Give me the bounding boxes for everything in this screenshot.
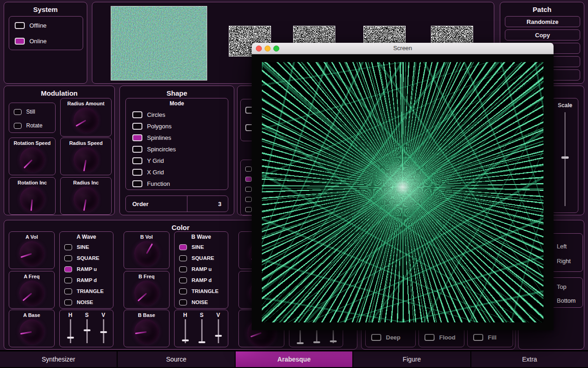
polygons-checkbox[interactable] [132,123,142,130]
scale-slider-box: Scale [552,98,578,213]
online-row[interactable]: Online [9,36,83,46]
rotate-checkbox[interactable] [14,123,22,129]
xgrid-checkbox[interactable] [132,169,142,176]
mode-polygons-row[interactable]: Polygons [126,121,228,131]
hidden-checkbox[interactable] [245,177,252,182]
hidden-checkbox[interactable] [245,187,252,192]
slider-thumb[interactable] [100,331,107,333]
slider-track[interactable] [201,319,203,343]
ygrid-checkbox[interactable] [132,157,142,164]
a-rampu-checkbox[interactable] [64,266,72,272]
slider-track[interactable] [218,319,219,343]
tab-source[interactable]: Source [118,351,234,367]
tab-arabesque[interactable]: Arabesque [236,351,352,367]
tab-figure[interactable]: Figure [353,351,470,367]
copy-button[interactable]: Copy [505,29,580,40]
mode-function-row[interactable]: Function [126,178,228,189]
circles-checkbox[interactable] [132,111,142,118]
b-rampd-checkbox[interactable] [179,277,187,283]
mode-circles-row[interactable]: Circles [126,109,228,120]
offline-checkbox[interactable] [15,22,25,29]
slider-thumb[interactable] [330,340,337,342]
rotate-row[interactable]: Rotate [9,121,55,131]
radius-amount-knob[interactable] [74,108,98,132]
b-noise-row[interactable]: NOISE [175,297,228,307]
flood-checkbox[interactable] [424,334,435,341]
radius-inc-knob[interactable] [74,187,98,212]
a-noise-row[interactable]: NOISE [60,297,113,307]
radius-speed-knob[interactable] [74,147,98,172]
tab-synthesizer[interactable]: Synthesizer [0,351,117,367]
a-triangle-row[interactable]: TRIANGLE [60,286,113,296]
fill-checkbox[interactable] [473,334,483,341]
b-square-row[interactable]: SQUARE [175,253,228,263]
b-rampu-row[interactable]: RAMP u [175,264,228,274]
b-v-slider[interactable]: V [211,312,225,343]
function-checkbox[interactable] [132,180,142,187]
rotation-speed-knob[interactable] [20,147,45,172]
slider-thumb[interactable] [215,335,222,337]
b-square-checkbox[interactable] [179,255,187,261]
slider-track[interactable] [86,319,88,343]
hidden-checkbox[interactable] [245,197,252,202]
b-rampu-checkbox[interactable] [179,266,187,272]
window-titlebar[interactable]: Screen [252,43,554,54]
randomize-button[interactable]: Randomize [505,16,580,27]
a-rampd-checkbox[interactable] [64,277,72,283]
spincircles-checkbox[interactable] [132,146,142,153]
still-checkbox[interactable] [14,109,22,115]
slider-track[interactable] [70,319,71,343]
b-freq-knob[interactable] [134,281,159,305]
slider-track[interactable] [103,319,104,343]
slider-thumb[interactable] [198,341,205,343]
online-checkbox[interactable] [15,38,25,45]
scale-slider-thumb[interactable] [561,156,569,159]
slider-thumb[interactable] [313,341,320,343]
a-square-row[interactable]: SQUARE [60,253,113,263]
still-row[interactable]: Still [9,107,55,117]
rotation-inc-knob[interactable] [20,187,45,212]
screen-window: Screen [252,43,554,330]
b-h-slider[interactable]: H [178,312,192,343]
a-vol-knob[interactable] [19,241,44,266]
b-s-slider[interactable]: S [195,312,209,343]
b-sine-checkbox[interactable] [179,244,187,250]
a-rampd-row[interactable]: RAMP d [60,275,113,285]
slider-thumb[interactable] [182,339,189,341]
a-sine-row[interactable]: SINE [60,242,113,252]
slider-track[interactable] [185,319,186,343]
spinlines-checkbox[interactable] [132,134,142,141]
a-h-slider[interactable]: H [63,312,77,343]
b-triangle-row[interactable]: TRIANGLE [175,286,228,296]
scale-slider-track[interactable] [565,112,565,206]
a-sine-checkbox[interactable] [64,244,72,250]
a-triangle-checkbox[interactable] [64,288,72,294]
a-s-slider[interactable]: S [80,312,94,343]
a-noise-checkbox[interactable] [64,299,72,305]
a-v-slider[interactable]: V [96,312,110,343]
b-sine-row[interactable]: SINE [175,242,228,252]
b-vol-knob[interactable] [134,241,159,266]
rotation-speed-label: Rotation Speed [14,140,51,146]
b-base-knob[interactable] [134,319,159,344]
b-noise-checkbox[interactable] [179,299,187,305]
a-base-knob[interactable] [19,319,44,344]
order-value[interactable]: 3 [187,196,228,212]
mode-xgrid-row[interactable]: X Grid [126,167,228,177]
a-square-checkbox[interactable] [64,255,72,261]
slider-thumb[interactable] [67,337,74,339]
offline-row[interactable]: Offline [9,20,83,30]
b-triangle-checkbox[interactable] [179,288,187,294]
deep-checkbox[interactable] [371,334,381,341]
hidden-checkbox[interactable] [245,167,252,172]
mode-ygrid-row[interactable]: Y Grid [126,155,228,166]
hidden-checkbox[interactable] [245,207,252,212]
slider-thumb[interactable] [297,342,304,344]
mode-spincircles-row[interactable]: Spincircles [126,144,228,154]
a-freq-knob[interactable] [19,281,44,305]
slider-thumb[interactable] [84,329,90,331]
a-rampu-row[interactable]: RAMP u [60,264,113,274]
mode-spinlines-row[interactable]: Spinlines [126,132,228,143]
tab-extra[interactable]: Extra [471,351,588,367]
b-rampd-row[interactable]: RAMP d [175,275,228,285]
